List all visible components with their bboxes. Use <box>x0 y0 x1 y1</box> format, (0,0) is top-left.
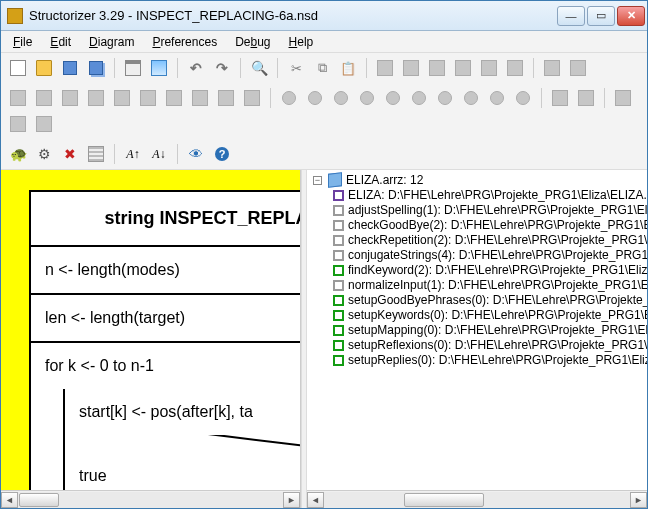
tree-item[interactable]: adjustSpelling(1): D:\FHE\Lehre\PRG\Proj… <box>331 203 647 218</box>
diagram-row[interactable]: true <box>65 453 300 490</box>
color-btn-8[interactable] <box>460 87 482 109</box>
color-btn-5[interactable] <box>382 87 404 109</box>
fontinc-button[interactable]: A↑ <box>122 143 144 165</box>
scroll-right-button[interactable]: ► <box>283 492 300 508</box>
scrollbar-horizontal[interactable]: ◄ ► <box>307 490 647 508</box>
elem-btn-4[interactable] <box>452 57 474 79</box>
elem-btn-7[interactable] <box>541 57 563 79</box>
shape-btn-9[interactable] <box>215 87 237 109</box>
scroll-thumb[interactable] <box>404 493 484 507</box>
fontdec-button[interactable]: A↓ <box>148 143 170 165</box>
help-button[interactable]: ? <box>211 143 233 165</box>
elem-btn-6[interactable] <box>504 57 526 79</box>
tree-item[interactable]: ELIZA: D:\FHE\Lehre\PRG\Projekte_PRG1\El… <box>331 188 647 203</box>
grid-button[interactable] <box>85 143 107 165</box>
shape-btn-10[interactable] <box>241 87 263 109</box>
collapse-btn[interactable] <box>549 87 571 109</box>
scroll-right-button[interactable]: ► <box>630 492 647 508</box>
scroll-left-button[interactable]: ◄ <box>1 492 18 508</box>
minimize-button[interactable]: — <box>557 6 585 26</box>
menu-diagram[interactable]: Diagram <box>81 33 142 51</box>
elem-btn-3[interactable] <box>426 57 448 79</box>
show-button[interactable]: 👁 <box>185 143 207 165</box>
shape-btn-2[interactable] <box>33 87 55 109</box>
find-button[interactable]: 🔍 <box>248 57 270 79</box>
routine-icon <box>333 205 344 216</box>
scroll-track[interactable] <box>18 492 283 508</box>
tree-root[interactable]: − ELIZA.arrz: 12 <box>311 172 647 188</box>
tree-item[interactable]: setupReflexions(0): D:\FHE\Lehre\PRG\Pro… <box>331 338 647 353</box>
shape-btn-3[interactable] <box>59 87 81 109</box>
diagram-row[interactable]: len <- length(target) <box>31 295 300 343</box>
cut-button[interactable]: ✂ <box>285 57 307 79</box>
misc-btn-2[interactable] <box>7 113 29 135</box>
tree-item[interactable]: setupMapping(0): D:\FHE\Lehre\PRG\Projek… <box>331 323 647 338</box>
color-btn-9[interactable] <box>486 87 508 109</box>
diagram-row[interactable]: for k <- 0 to n-1 <box>31 343 300 389</box>
diagram-canvas[interactable]: string INSPECT_REPLACING n <- length(mod… <box>1 170 300 490</box>
color-btn-2[interactable] <box>304 87 326 109</box>
tree-item[interactable]: findKeyword(2): D:\FHE\Lehre\PRG\Projekt… <box>331 263 647 278</box>
menu-preferences[interactable]: Preferences <box>144 33 225 51</box>
titlebar[interactable]: Structorizer 3.29 - INSPECT_REPLACING-6a… <box>1 1 647 31</box>
save-button[interactable] <box>59 57 81 79</box>
diagram-title[interactable]: string INSPECT_REPLACING <box>31 192 300 247</box>
separator <box>604 88 605 108</box>
paste-button[interactable]: 📋 <box>337 57 359 79</box>
color-btn-6[interactable] <box>408 87 430 109</box>
close-button[interactable]: ✕ <box>617 6 645 26</box>
menu-file[interactable]: File <box>5 33 40 51</box>
redo-button[interactable]: ↷ <box>211 57 233 79</box>
menu-help[interactable]: Help <box>281 33 322 51</box>
scrollbar-horizontal[interactable]: ◄ ► <box>1 490 300 508</box>
open-button[interactable] <box>33 57 55 79</box>
elem-btn-1[interactable] <box>374 57 396 79</box>
scroll-left-button[interactable]: ◄ <box>307 492 324 508</box>
collapse-icon[interactable]: − <box>313 176 322 185</box>
new-button[interactable] <box>7 57 29 79</box>
elem-btn-5[interactable] <box>478 57 500 79</box>
diagram-row[interactable]: start[k] <- pos(after[k], ta <box>65 389 300 435</box>
copy-button[interactable]: ⧉ <box>311 57 333 79</box>
tree-item[interactable]: conjugateStrings(4): D:\FHE\Lehre\PRG\Pr… <box>331 248 647 263</box>
menu-edit[interactable]: Edit <box>42 33 79 51</box>
undo-button[interactable]: ↶ <box>185 57 207 79</box>
maximize-button[interactable]: ▭ <box>587 6 615 26</box>
turtle-button[interactable]: 🐢 <box>7 143 29 165</box>
tree-item[interactable]: setupGoodByePhrases(0): D:\FHE\Lehre\PRG… <box>331 293 647 308</box>
stop-button[interactable]: ✖ <box>59 143 81 165</box>
misc-btn-3[interactable] <box>33 113 55 135</box>
diagram-row[interactable]: n <- length(modes) <box>31 247 300 295</box>
scroll-track[interactable] <box>324 492 630 508</box>
tree-item[interactable]: setupKeywords(0): D:\FHE\Lehre\PRG\Proje… <box>331 308 647 323</box>
shape-btn-7[interactable] <box>163 87 185 109</box>
menu-debug[interactable]: Debug <box>227 33 278 51</box>
picture-button[interactable] <box>148 57 170 79</box>
tree-item[interactable]: checkRepetition(2): D:\FHE\Lehre\PRG\Pro… <box>331 233 647 248</box>
misc-btn-1[interactable] <box>612 87 634 109</box>
executor-button[interactable]: ⚙ <box>33 143 55 165</box>
color-btn-1[interactable] <box>278 87 300 109</box>
print-button[interactable] <box>122 57 144 79</box>
saveall-button[interactable] <box>85 57 107 79</box>
shape-btn-8[interactable] <box>189 87 211 109</box>
color-btn-7[interactable] <box>434 87 456 109</box>
scroll-thumb[interactable] <box>19 493 59 507</box>
shape-btn-4[interactable] <box>85 87 107 109</box>
color-btn-3[interactable] <box>330 87 352 109</box>
tree-item[interactable]: normalizeInput(1): D:\FHE\Lehre\PRG\Proj… <box>331 278 647 293</box>
expand-btn[interactable] <box>575 87 597 109</box>
color-btn-10[interactable] <box>512 87 534 109</box>
tree-root-label: ELIZA.arrz: 12 <box>346 173 423 187</box>
routine-tree[interactable]: − ELIZA.arrz: 12 ELIZA: D:\FHE\Lehre\PRG… <box>307 170 647 490</box>
shape-btn-5[interactable] <box>111 87 133 109</box>
elem-btn-8[interactable] <box>567 57 589 79</box>
tree-item[interactable]: checkGoodBye(2): D:\FHE\Lehre\PRG\Projek… <box>331 218 647 233</box>
elem-btn-2[interactable] <box>400 57 422 79</box>
shape-btn-1[interactable] <box>7 87 29 109</box>
tree-item[interactable]: setupReplies(0): D:\FHE\Lehre\PRG\Projek… <box>331 353 647 368</box>
color-btn-4[interactable] <box>356 87 378 109</box>
routine-icon <box>333 355 344 366</box>
nsd-diagram[interactable]: string INSPECT_REPLACING n <- length(mod… <box>29 190 300 490</box>
shape-btn-6[interactable] <box>137 87 159 109</box>
